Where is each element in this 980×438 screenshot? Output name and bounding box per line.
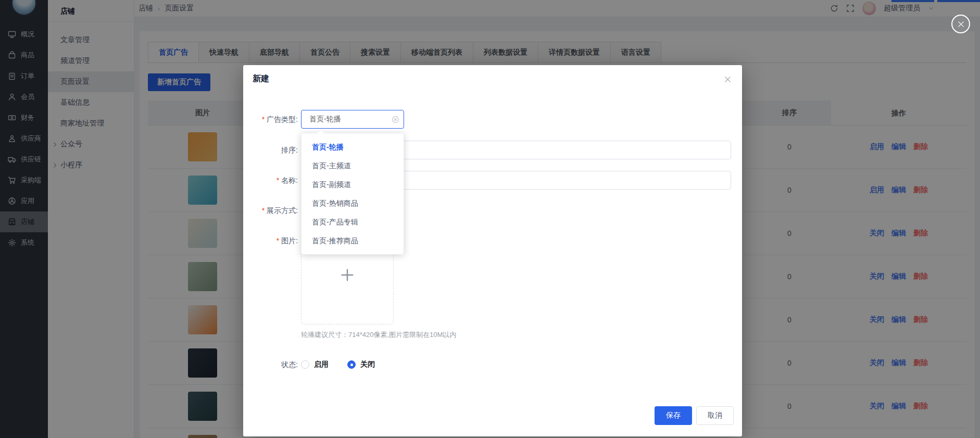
cancel-button[interactable]: 取消: [696, 406, 734, 425]
sort-label: 排序:: [243, 146, 298, 154]
required-asterisk: *: [277, 236, 279, 245]
image-label: *图片:: [243, 236, 298, 245]
dropdown-option[interactable]: 首页-副频道: [301, 175, 404, 194]
upload-hint: 轮播建议尺寸：714*420像素,图片需限制在10M以内: [301, 330, 456, 340]
status-radio-enable[interactable]: 启用: [301, 360, 329, 369]
required-asterisk: *: [262, 115, 265, 123]
floating-close-button[interactable]: [951, 15, 970, 33]
display-mode-label: *展示方式:: [243, 206, 298, 215]
required-asterisk: *: [262, 206, 265, 215]
plus-icon: [340, 267, 355, 283]
ad-type-select-value: 首页-轮播: [309, 115, 341, 124]
dropdown-option[interactable]: 首页-主频道: [301, 156, 404, 175]
clear-icon[interactable]: [392, 116, 399, 123]
modal-title: 新建: [253, 73, 269, 84]
dropdown-option[interactable]: 首页-轮播: [301, 137, 404, 156]
status-radio-disable[interactable]: 关闭: [347, 360, 375, 369]
save-button[interactable]: 保存: [655, 406, 692, 425]
name-label: *名称:: [243, 176, 298, 184]
ad-type-select[interactable]: 首页-轮播: [301, 110, 404, 129]
ad-type-dropdown: 首页-轮播 首页-主频道 首页-副频道 首页-热销商品 首页-产品专辑 首页-推…: [301, 133, 404, 255]
radio-checked-icon: [347, 360, 356, 369]
status-radio-group: 启用 关闭: [301, 360, 375, 369]
app-screen: 概况 商品 订单 会员 财务 供应商 供: [0, 0, 980, 438]
required-asterisk: *: [277, 176, 279, 184]
status-label: 状态:: [243, 360, 298, 369]
radio-unchecked-icon: [301, 360, 309, 369]
close-icon: [957, 20, 965, 28]
ad-type-label: *广告类型:: [243, 115, 298, 123]
dropdown-option[interactable]: 首页-产品专辑: [301, 212, 404, 231]
dropdown-option[interactable]: 首页-推荐商品: [301, 231, 404, 250]
dropdown-option[interactable]: 首页-热销商品: [301, 194, 404, 212]
modal-close-icon[interactable]: [724, 76, 732, 83]
